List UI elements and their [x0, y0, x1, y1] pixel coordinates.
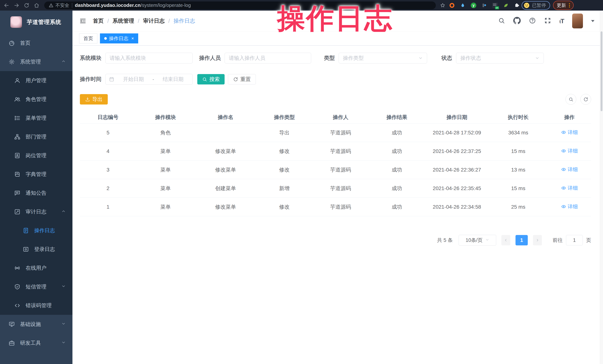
breadcrumb-system[interactable]: 系统管理 — [113, 17, 134, 25]
cell-module: 菜单 — [136, 179, 195, 198]
fullscreen-icon[interactable] — [544, 17, 551, 25]
col-header-duration: 执行时长 — [489, 111, 548, 123]
sidebar-item-operate-log[interactable]: 操作日志 — [0, 221, 72, 240]
cell-module: 菜单 — [136, 198, 195, 216]
update-label: 更新 — [557, 2, 566, 8]
sidebar-item-dev-tools[interactable]: 研发工具 — [0, 333, 72, 352]
sidebar-logo[interactable]: 芋道管理系统 — [0, 11, 72, 33]
browser-forward-icon[interactable] — [12, 1, 22, 10]
sidebar-item-label: 角色管理 — [26, 96, 46, 103]
pagination: 共 5 条 10条/页 1 前往 页 — [80, 235, 591, 246]
help-icon[interactable] — [529, 17, 536, 25]
audit-icon — [13, 209, 21, 215]
online-users-icon — [13, 265, 21, 271]
table-header-row: 日志编号 操作模块 操作名 操作类型 操作人 操作结果 操作日期 执行时长 操作 — [80, 111, 591, 123]
browser-menu-icon[interactable] — [569, 3, 570, 7]
type-select-placeholder: 操作类型 — [343, 55, 364, 62]
search-icon[interactable] — [498, 17, 505, 25]
sidebar-item-dict-mgmt[interactable]: 字典管理 — [0, 165, 72, 184]
error-code-icon — [13, 302, 21, 309]
paused-extension-pill[interactable]: 已暂停 — [522, 1, 550, 10]
close-icon[interactable]: × — [131, 36, 134, 41]
sidebar-item-infrastructure[interactable]: 基础设施 — [0, 315, 72, 333]
cell-log-id: 5 — [80, 123, 136, 142]
sidebar-item-notice[interactable]: 通知公告 — [0, 184, 72, 202]
gem-extension-icon[interactable] — [481, 2, 487, 9]
sidebar-item-sms-mgmt[interactable]: 短信管理 — [0, 277, 72, 296]
font-size-icon[interactable]: tT — [559, 17, 564, 25]
sidebar-item-audit-log[interactable]: 审计日志 — [0, 202, 72, 221]
detail-link[interactable]: 详细 — [561, 185, 578, 191]
reset-button[interactable]: 重置 — [228, 74, 256, 84]
security-warning-icon[interactable]: 不安全 — [49, 2, 69, 8]
avatar[interactable] — [572, 13, 583, 28]
col-header-date: 操作日期 — [425, 111, 489, 123]
col-header-action: 操作 — [548, 111, 591, 123]
browser-back-icon[interactable] — [1, 1, 12, 10]
sidebar-item-dept-mgmt[interactable]: 部门管理 — [0, 127, 72, 146]
sidebar-item-online-users[interactable]: 在线用户 — [0, 259, 72, 277]
chevron-up-icon — [61, 209, 66, 215]
detail-link[interactable]: 详细 — [561, 203, 578, 210]
breadcrumb-home[interactable]: 首页 — [93, 17, 104, 25]
bookmark-star-icon[interactable] — [438, 1, 448, 10]
sidebar-item-menu-mgmt[interactable]: 菜单管理 — [0, 109, 72, 127]
chevron-down-icon — [61, 321, 66, 327]
tag-operate-log[interactable]: 操作日志 × — [100, 33, 138, 44]
sidebar-item-error-code[interactable]: 错误码管理 — [0, 296, 72, 315]
detail-link[interactable]: 详细 — [561, 148, 578, 154]
sidebar-item-label: 部门管理 — [26, 133, 46, 140]
table-row: 1 菜单 修改菜单 修改 芋道源码 成功 2021-04-26 22:34:58… — [80, 198, 591, 216]
scrollbar-thumb[interactable] — [601, 31, 603, 111]
export-button[interactable]: 导出 — [80, 94, 108, 104]
gear-icon — [8, 59, 16, 65]
tag-home[interactable]: 首页 — [79, 33, 97, 44]
search-button[interactable]: 搜索 — [197, 74, 225, 84]
sidebar-collapse-icon[interactable] — [79, 17, 87, 25]
goto-page-input[interactable] — [566, 235, 583, 245]
status-select[interactable]: 操作状态 — [456, 53, 544, 64]
github-icon[interactable] — [513, 17, 521, 25]
orange-ring-extension-icon[interactable] — [449, 2, 455, 9]
sidebar: 芋道管理系统 首页 系统管理 用户管理 角色管理 菜单管理 部门管理 岗位管理 — [0, 11, 72, 364]
cell-log-id: 4 — [80, 142, 136, 161]
module-input[interactable] — [105, 53, 193, 64]
operate-log-table: 日志编号 操作模块 操作名 操作类型 操作人 操作结果 操作日期 执行时长 操作… — [80, 111, 591, 216]
detail-link[interactable]: 详细 — [561, 166, 578, 173]
refresh-button[interactable] — [580, 94, 591, 105]
url-path: /system/log/operate-log — [141, 2, 191, 8]
green-circle-extension-icon[interactable]: y — [470, 2, 477, 9]
on-badge-extension-icon[interactable]: on — [492, 2, 498, 9]
browser-update-button[interactable]: 更新 — [553, 1, 574, 10]
scrollbar[interactable] — [600, 11, 603, 364]
operator-input[interactable] — [225, 53, 311, 64]
detail-link[interactable]: 详细 — [561, 129, 578, 136]
browser-reload-icon[interactable] — [22, 1, 32, 10]
sidebar-item-home[interactable]: 首页 — [0, 33, 72, 52]
reset-button-label: 重置 — [240, 76, 251, 83]
puzzle-extension-icon[interactable] — [513, 2, 520, 9]
type-select[interactable]: 操作类型 — [339, 53, 427, 64]
page-size-select[interactable]: 10条/页 — [459, 235, 496, 246]
cell-type: 修改 — [256, 198, 313, 216]
next-page-button[interactable] — [533, 235, 542, 245]
breadcrumb-audit[interactable]: 审计日志 — [143, 17, 165, 25]
cell-result: 成功 — [369, 179, 425, 198]
date-range-picker[interactable]: 开始日期 - 结束日期 — [105, 74, 193, 85]
leaf-extension-icon[interactable] — [503, 2, 509, 9]
avatar-caret-icon[interactable] — [591, 20, 594, 22]
cell-module: 菜单 — [136, 161, 195, 179]
browser-home-icon[interactable] — [32, 1, 42, 10]
address-bar[interactable]: 不安全 dashboard.yudao.iocoder.cn/system/lo… — [44, 1, 436, 9]
paused-label: 已暂停 — [532, 2, 546, 8]
show-search-toggle-button[interactable] — [566, 94, 576, 105]
sidebar-item-user-mgmt[interactable]: 用户管理 — [0, 71, 72, 90]
sidebar-item-login-log[interactable]: 登录日志 — [0, 240, 72, 259]
sidebar-item-post-mgmt[interactable]: 岗位管理 — [0, 146, 72, 165]
sidebar-item-system[interactable]: 系统管理 — [0, 52, 72, 71]
sidebar-item-role-mgmt[interactable]: 角色管理 — [0, 90, 72, 109]
page-number-current[interactable]: 1 — [515, 235, 528, 245]
prev-page-button[interactable] — [501, 235, 510, 245]
status-select-placeholder: 操作状态 — [460, 55, 481, 62]
blue-drop-extension-icon[interactable] — [460, 2, 466, 9]
